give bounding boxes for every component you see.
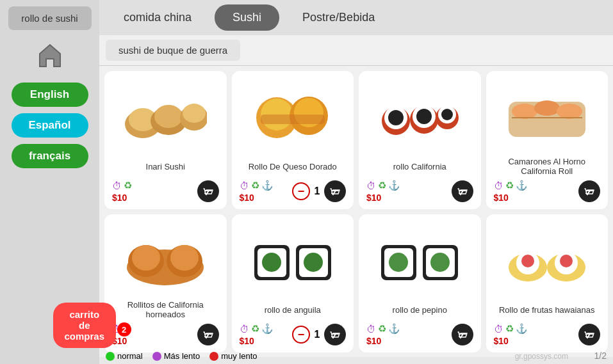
svg-point-31 bbox=[132, 245, 160, 271]
food-name-camarones: Camarones Al Horno California Roll bbox=[491, 156, 603, 177]
food-price-anguila: $10 bbox=[240, 336, 274, 346]
subcategory-bar: sushi de buque de guerra bbox=[99, 35, 613, 66]
timer-icon-pepino: ⏱ bbox=[366, 324, 376, 335]
legend-very-slow-dot bbox=[209, 352, 218, 361]
info-icon-hawaianas: ⚓ bbox=[516, 323, 528, 335]
recycle-icon-queso-dorado: ♻ bbox=[251, 180, 259, 191]
language-french-button[interactable]: français bbox=[12, 144, 88, 168]
qty-value-anguila: 1 bbox=[313, 329, 322, 340]
food-price-inari: $10 bbox=[112, 193, 132, 203]
qty-minus-queso-dorado[interactable]: − bbox=[292, 182, 310, 200]
food-actions-inari: ⏱ ♻ $10 bbox=[110, 178, 222, 204]
legend-very-slow-label: muy lento bbox=[221, 351, 257, 361]
timer-icon-california: ⏱ bbox=[366, 180, 376, 191]
sidebar: rollo de sushi English Español français … bbox=[0, 0, 99, 364]
language-spanish-button[interactable]: Español bbox=[12, 113, 88, 138]
svg-point-51 bbox=[521, 255, 534, 267]
svg-point-54 bbox=[560, 255, 573, 267]
food-grid: Inari Sushi ⏱ ♻ $10 bbox=[99, 66, 613, 357]
legend-bar: normal Más lento muy lento bbox=[99, 351, 257, 361]
svg-point-21 bbox=[441, 109, 453, 120]
food-name-hawaianas: Rollo de frutas hawaianas bbox=[499, 299, 595, 320]
food-image-camarones bbox=[491, 76, 603, 153]
recycle-icon-hawaianas: ♻ bbox=[505, 323, 514, 335]
food-name-california: rollo California bbox=[393, 156, 446, 177]
food-price-hawaianas: $10 bbox=[494, 336, 528, 346]
add-to-cart-anguila[interactable] bbox=[324, 324, 346, 345]
food-image-hawaianas bbox=[491, 219, 603, 296]
add-to-cart-california[interactable] bbox=[452, 180, 473, 202]
language-english-button[interactable]: English bbox=[12, 83, 88, 107]
svg-point-47 bbox=[430, 253, 450, 272]
svg-point-44 bbox=[389, 253, 408, 272]
food-name-inari: Inari Sushi bbox=[146, 156, 185, 177]
qty-control-anguila: − 1 bbox=[292, 326, 322, 344]
legend-slower-dot bbox=[152, 352, 161, 361]
food-actions-camarones: ⏱ ♻ ⚓ $10 bbox=[491, 178, 603, 204]
add-to-cart-queso-dorado[interactable] bbox=[324, 180, 346, 202]
qty-minus-anguila[interactable]: − bbox=[292, 326, 310, 344]
recycle-icon-inari: ♻ bbox=[124, 180, 132, 191]
timer-icon-camarones: ⏱ bbox=[494, 180, 503, 191]
add-to-cart-hawaianas[interactable] bbox=[578, 324, 600, 345]
food-card-queso-dorado: Rollo De Queso Dorado ⏱ ♻ ⚓ $10 − 1 bbox=[232, 71, 354, 209]
svg-point-24 bbox=[512, 104, 537, 119]
add-to-cart-camarones[interactable] bbox=[578, 180, 600, 202]
legend-normal-label: normal bbox=[117, 351, 143, 361]
food-icons-hawaianas: ⏱ ♻ ⚓ bbox=[494, 323, 528, 335]
food-image-queso-dorado bbox=[237, 76, 349, 153]
food-name-anguila: rollo de anguila bbox=[265, 299, 321, 320]
recycle-icon-california: ♻ bbox=[378, 180, 386, 191]
timer-icon-inari: ⏱ bbox=[112, 180, 122, 191]
info-icon-california: ⚓ bbox=[388, 180, 400, 191]
top-tab-bar: comida china Sushi Postre/Bebida bbox=[99, 0, 613, 35]
add-to-cart-rollitos-california[interactable] bbox=[197, 324, 219, 345]
food-name-pepino: rollo de pepino bbox=[393, 299, 447, 320]
food-actions-hawaianas: ⏱ ♻ ⚓ $10 bbox=[491, 322, 603, 347]
food-actions-queso-dorado: ⏱ ♻ ⚓ $10 − 1 bbox=[237, 178, 349, 204]
timer-icon-queso-dorado: ⏱ bbox=[240, 180, 249, 191]
recycle-icon-pepino: ♻ bbox=[378, 323, 386, 335]
food-image-rollitos-california bbox=[110, 219, 222, 296]
food-name-rollitos-california: Rollitos de California horneados bbox=[110, 299, 222, 320]
tab-postre-bebida[interactable]: Postre/Bebida bbox=[284, 4, 393, 31]
legend-very-slow: muy lento bbox=[209, 351, 257, 361]
tab-comida-china[interactable]: comida china bbox=[106, 4, 209, 31]
legend-normal: normal bbox=[106, 351, 143, 361]
cart-badge: 2 bbox=[117, 322, 131, 336]
recycle-icon-camarones: ♻ bbox=[505, 180, 514, 191]
info-icon-queso-dorado: ⚓ bbox=[261, 180, 274, 191]
food-icons-california: ⏱ ♻ ⚓ bbox=[366, 180, 400, 191]
food-card-hawaianas: Rollo de frutas hawaianas ⏱ ♻ ⚓ $10 bbox=[486, 214, 609, 352]
subcategory-item[interactable]: sushi de buque de guerra bbox=[106, 40, 240, 61]
svg-point-5 bbox=[183, 104, 206, 123]
qty-control-queso-dorado: − 1 bbox=[292, 182, 322, 200]
add-to-cart-inari[interactable] bbox=[197, 180, 219, 202]
info-icon-anguila: ⚓ bbox=[261, 323, 274, 335]
food-price-queso-dorado: $10 bbox=[240, 193, 274, 203]
food-price-california: $10 bbox=[366, 193, 400, 203]
add-to-cart-pepino[interactable] bbox=[452, 324, 473, 345]
food-icons-camarones: ⏱ ♻ ⚓ bbox=[494, 180, 528, 191]
food-card-inari: Inari Sushi ⏱ ♻ $10 bbox=[104, 71, 227, 209]
svg-rect-11 bbox=[261, 115, 325, 124]
home-icon[interactable] bbox=[35, 40, 65, 76]
svg-point-40 bbox=[304, 253, 323, 272]
cart-button[interactable]: carrito de compras bbox=[53, 303, 117, 348]
qty-value-queso-dorado: 1 bbox=[313, 186, 322, 197]
food-actions-pepino: ⏱ ♻ ⚓ $10 bbox=[364, 322, 476, 347]
info-icon-pepino: ⚓ bbox=[388, 323, 400, 335]
food-icons-inari: ⏱ ♻ bbox=[112, 180, 132, 191]
food-icons-anguila: ⏱ ♻ ⚓ bbox=[240, 323, 274, 335]
timer-icon-anguila: ⏱ bbox=[240, 324, 249, 335]
sidebar-category-sushi[interactable]: rollo de sushi bbox=[8, 6, 92, 30]
legend-slower: Más lento bbox=[152, 351, 200, 361]
food-actions-california: ⏱ ♻ ⚓ $10 bbox=[364, 178, 476, 204]
food-card-california: rollo California ⏱ ♻ ⚓ $10 bbox=[359, 71, 481, 209]
food-icons-queso-dorado: ⏱ ♻ ⚓ bbox=[240, 180, 274, 191]
food-card-camarones: Camarones Al Horno California Roll ⏱ ♻ ⚓… bbox=[486, 71, 609, 209]
food-actions-anguila: ⏱ ♻ ⚓ $10 − 1 bbox=[237, 322, 349, 347]
tab-sushi[interactable]: Sushi bbox=[215, 4, 279, 31]
legend-slower-label: Más lento bbox=[164, 351, 200, 361]
svg-point-15 bbox=[388, 110, 404, 125]
